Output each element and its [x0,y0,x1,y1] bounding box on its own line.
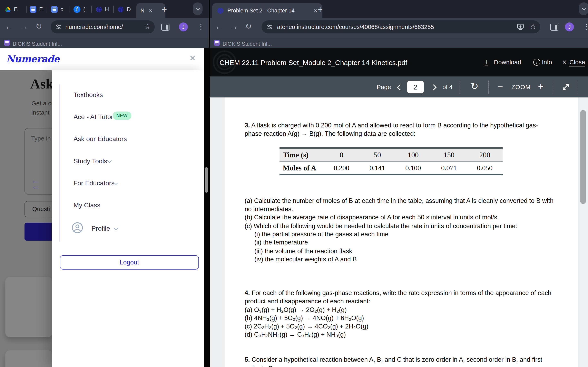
left-browser-window: E E c f ( H D N × + ← → ↻ numerade.com/h… [0,0,209,367]
bookmark-star-icon[interactable]: ☆ [530,23,536,30]
profile-avatar[interactable]: J [179,22,188,31]
dimmed-page-heading: Ask [30,76,53,92]
menu-item-textbooks[interactable]: Textbooks [73,91,103,99]
mini-tab-1[interactable]: E [5,5,17,13]
pdf-page: 3. A flask is charged with 0.200 mol of … [225,98,579,367]
problem-5-line2: order in C. [245,364,274,367]
bookmark-list-icon[interactable] [4,40,10,46]
menu-item-profile[interactable]: Profile [91,225,110,232]
pdf-scrollbar-thumb[interactable] [580,110,586,204]
q3-subitem: (i) the partial pressure of the gases at… [254,230,389,239]
back-button[interactable]: ← [215,23,223,31]
logout-button[interactable]: Logout [60,255,199,269]
bookmark-item[interactable]: BIGKIS Student Inf... [223,41,272,47]
left-scrollbar-thumb[interactable] [205,167,208,193]
forward-button[interactable]: → [20,23,28,31]
mini-tab-4[interactable]: f ( [73,5,85,13]
q3-subitem: (iii) the volume of the reaction flask [254,247,352,256]
profile-avatar[interactable]: J [565,22,574,31]
site-settings-icon[interactable] [266,23,273,31]
menu-item-my-class[interactable]: My Class [73,201,100,209]
facebook-icon: f [73,6,80,13]
side-panel-icon[interactable] [161,24,169,31]
zoom-out-button[interactable]: − [498,82,503,91]
left-page-scrollbar[interactable] [204,48,209,367]
site-settings-icon[interactable] [55,23,62,31]
side-panel-icon[interactable] [550,24,558,31]
google-drive-icon [5,6,11,12]
table-header-row: Time (s) 0 50 100 150 200 [279,149,503,162]
math-keyboard-icon[interactable]: +− ×= [32,179,38,190]
problem-4-line2: product and disappearance of each reacta… [245,297,370,306]
table-row-label: Moles of A [279,162,324,174]
list-doc-icon [51,6,58,13]
menu-item-ace-ai-tutor[interactable]: Ace - AI Tutor [73,113,113,121]
browser-menu-icon[interactable]: ⋮ [583,23,588,30]
active-tab-label: N [140,8,145,14]
mini-tab-label: E [14,6,17,13]
reaction-equation: (c) 2C₂H₂(g) + 5O₂(g) → 4CO₂(g) + 2H₂O(g… [245,322,368,331]
new-tab-button[interactable]: + [162,5,167,14]
rotate-icon[interactable]: ↻ [471,82,479,91]
fullscreen-icon[interactable] [561,82,570,91]
menu-item-for-educators[interactable]: For Educators [73,179,114,187]
reaction-equation: (d) C₃H₇NH₂(g) → C₃H₆(g) + NH₃(g) [245,330,346,339]
q3-line: (a) Calculate the number of moles of B a… [245,197,553,205]
close-x-icon[interactable]: × [562,58,567,67]
browser-menu-icon[interactable]: ⋮ [197,23,205,30]
reaction-equation: (a) O₃(g) + H₂O(g) → 2O₂(g) + H₂(g) [245,306,347,314]
reload-button[interactable]: ↻ [245,22,252,30]
kinetics-data-table: Time (s) 0 50 100 150 200 Moles of A 0.2… [279,147,503,175]
problem-3-line1: 3. A flask is charged with 0.200 mol of … [245,121,538,130]
menu-item-study-tools[interactable]: Study Tools [73,157,107,165]
q3-line: no intermediates. [245,205,293,213]
mini-tab-6[interactable]: D [117,5,131,13]
numerade-swirl-icon [217,7,224,14]
bookmark-star-icon[interactable]: ☆ [144,23,151,30]
page-total-label: of 4 [442,83,453,91]
reload-button[interactable]: ↻ [35,22,42,30]
url-text[interactable]: ateneo.instructure.com/courses/40068/ass… [277,24,434,30]
info-icon[interactable]: i [533,59,540,66]
back-button[interactable]: ← [5,23,13,31]
menu-item-ask-our-educators[interactable]: Ask our Educators [73,135,127,143]
new-tab-button[interactable]: + [318,5,323,14]
problem-5-line1: 5. Consider a hypothetical reaction betw… [245,355,542,364]
question-mode-label: Questi [32,206,50,212]
page-label: Page [377,83,391,91]
mini-tab-3[interactable]: c [51,5,63,13]
active-tab-title: Problem Set 2 - Chapter 14 [227,8,310,14]
q3-line: (c) Which of the following would be need… [245,222,517,230]
mini-tab-5[interactable]: H [95,5,109,13]
zoom-in-button[interactable]: + [538,82,544,91]
pdf-close-button[interactable]: Close [570,59,585,66]
menu-accent-line [60,84,60,242]
profile-person-icon [71,222,83,234]
info-button[interactable]: Info [542,59,552,66]
active-tab[interactable]: Problem Set 2 - Chapter 14 × [212,3,322,18]
bookmark-list-icon[interactable] [214,40,220,46]
page-number-input[interactable]: 2 [407,81,424,93]
tab-close-icon[interactable]: × [149,8,153,14]
forward-button[interactable]: → [230,23,238,31]
mini-tab-2[interactable]: E [30,5,43,13]
active-tab[interactable]: N × [136,3,165,18]
numerade-logo[interactable]: Numerade [6,53,60,64]
download-button[interactable]: Download [494,59,521,66]
tab-close-icon[interactable]: × [314,8,318,14]
install-app-icon[interactable] [516,23,525,31]
dimmed-card [5,277,52,337]
tab-search-button[interactable] [579,2,588,15]
zoom-label: ZOOM [511,83,531,91]
url-text[interactable]: numerade.com/home/ [65,24,123,30]
numerade-swirl-icon [117,6,124,13]
dimmed-card [5,350,52,367]
list-doc-icon [30,6,36,13]
chevron-down-icon [195,6,200,10]
download-icon[interactable]: ↓ [485,58,488,66]
modal-close-icon[interactable]: × [190,53,196,63]
tab-search-button[interactable] [193,2,203,15]
bookmark-item[interactable]: BIGKIS Student Inf... [13,41,62,47]
textarea-placeholder: Type in [31,135,51,142]
q3-line: (b) Calculate the average rate of disapp… [245,213,499,222]
